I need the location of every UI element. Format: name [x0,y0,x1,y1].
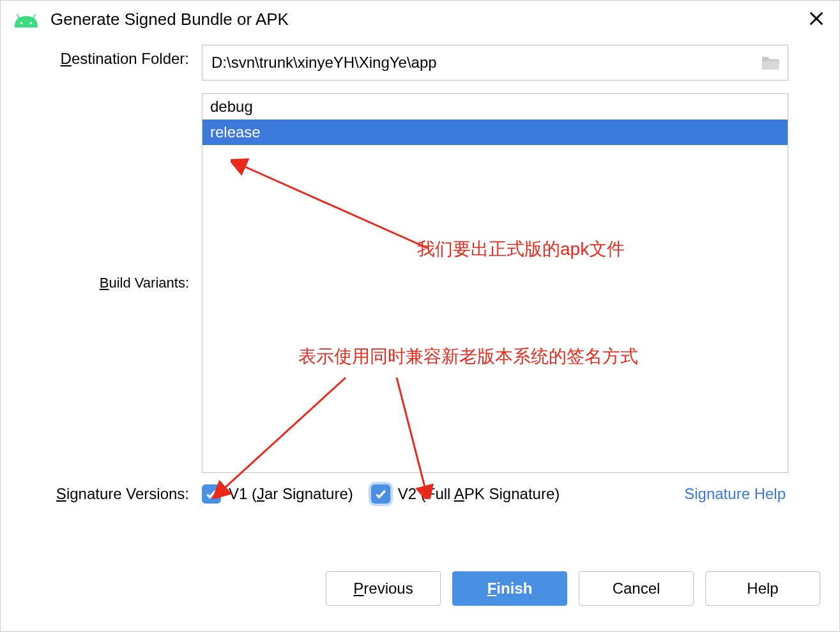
svg-point-0 [20,22,22,24]
signature-help-link[interactable]: Signature Help [684,485,786,503]
destination-folder-input[interactable] [202,45,788,81]
titlebar: Generate Signed Bundle or APK [1,1,839,38]
build-variants-row: Build Variants: debug release [20,93,820,473]
cancel-button[interactable]: Cancel [579,571,694,606]
checkbox-checked-icon [371,484,390,504]
browse-folder-icon[interactable] [760,54,781,71]
checkbox-checked-icon [202,484,221,504]
v2-signature-checkbox[interactable]: V2 (Full APK Signature) [371,484,560,504]
window-title: Generate Signed Bundle or APK [50,10,289,29]
v1-signature-checkbox[interactable]: V1 (Jar Signature) [202,484,353,504]
build-variants-listbox[interactable]: debug release [202,93,788,473]
build-variants-label: Build Variants: [20,93,202,473]
signature-versions-label: Signature Versions: [20,485,202,503]
destination-folder-label: Destination Folder: [20,45,202,68]
v1-signature-label: V1 (Jar Signature) [229,485,353,503]
previous-button[interactable]: Previous [326,571,441,606]
svg-point-1 [30,22,32,24]
build-variant-debug[interactable]: debug [202,94,788,119]
destination-folder-row: Destination Folder: [20,45,820,81]
signature-versions-row: Signature Versions: V1 (Jar Signature) V… [20,484,820,504]
dialog-button-row: Previous Finish Cancel Help [1,559,839,619]
v2-signature-label: V2 (Full APK Signature) [398,485,560,503]
finish-button[interactable]: Finish [452,571,567,606]
build-variant-release[interactable]: release [202,119,788,145]
help-button[interactable]: Help [705,571,820,606]
android-icon [15,10,38,29]
close-button[interactable] [807,10,825,27]
